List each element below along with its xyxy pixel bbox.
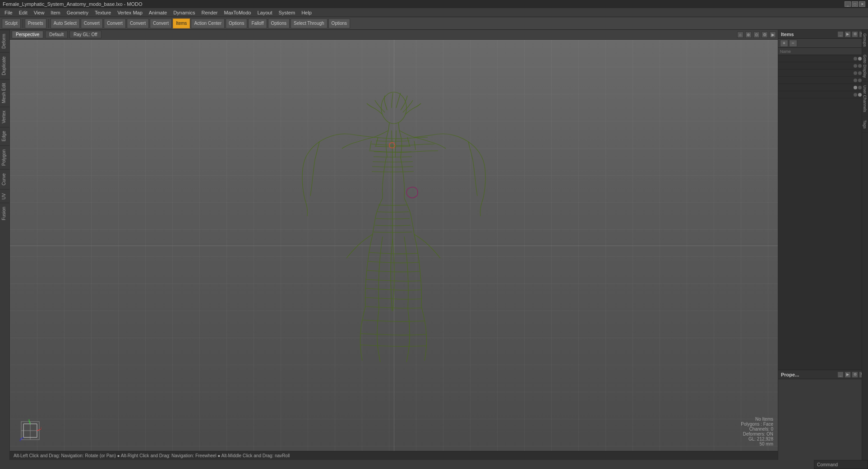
sidebar-tab-polygon[interactable]: Polygon bbox=[0, 145, 9, 169]
props-header-icons: _ ▶ ⚙ ▼ bbox=[837, 371, 865, 378]
main-layout: Deform Duplicate Mesh Edit Vertex Edge P… bbox=[0, 30, 868, 460]
viewport-home-icon[interactable]: ⌂ bbox=[737, 32, 743, 38]
panel-expand-icon[interactable]: ▶ bbox=[845, 31, 851, 37]
autoselect-button[interactable]: Auto Select bbox=[51, 19, 80, 28]
items-channel-row-1 bbox=[778, 55, 868, 62]
channels-info: Channels: 0 bbox=[741, 427, 773, 432]
title-bar: Female_Lymphatic_System_Anatomy_modo_bas… bbox=[0, 0, 868, 8]
items-add-icon[interactable]: + bbox=[780, 40, 788, 47]
action-center-button[interactable]: Action Center bbox=[191, 19, 225, 28]
items-list[interactable]: Name ⚙ bbox=[778, 48, 868, 370]
items-button[interactable]: Items bbox=[173, 19, 190, 28]
falloff-button[interactable]: Falloff bbox=[248, 19, 267, 28]
svg-point-0 bbox=[381, 92, 406, 124]
menu-file[interactable]: File bbox=[2, 9, 15, 16]
menu-dynamics[interactable]: Dynamics bbox=[171, 9, 198, 16]
presets-button[interactable]: Presets bbox=[25, 19, 46, 28]
svg-line-1 bbox=[388, 123, 389, 130]
menu-animate[interactable]: Animate bbox=[146, 9, 170, 16]
menu-layout[interactable]: Layout bbox=[254, 9, 275, 16]
properties-panel-header: Prope... _ ▶ ⚙ ▼ bbox=[778, 370, 868, 379]
select-through-button[interactable]: Select Through bbox=[291, 19, 328, 28]
items-panel-title: Items bbox=[781, 32, 794, 37]
viewport-gl-tab[interactable]: Ray GL: Off bbox=[69, 31, 102, 38]
viewport-expand-icon[interactable]: ▶ bbox=[770, 32, 776, 38]
minimize-button[interactable]: _ bbox=[845, 1, 851, 7]
toolbar-separator-1 bbox=[23, 19, 23, 28]
channel-dot bbox=[858, 93, 862, 97]
command-bar[interactable]: Command bbox=[814, 460, 868, 469]
maximize-button[interactable]: □ bbox=[852, 1, 858, 7]
props-expand-icon[interactable]: ▶ bbox=[845, 371, 851, 378]
props-gear-icon[interactable]: ⚙ bbox=[852, 371, 858, 378]
items-list-header: Name ⚙ bbox=[778, 48, 868, 55]
properties-panel: Prope... _ ▶ ⚙ ▼ bbox=[778, 370, 868, 460]
viewport-icons: ⌂ ⊕ ⊙ ⚙ ▶ bbox=[737, 32, 776, 38]
sculpt-button[interactable]: Sculpt bbox=[2, 19, 21, 28]
menu-bar: File Edit View Item Geometry Texture Ver… bbox=[0, 8, 868, 17]
scene-info-overlay: No Items Polygons : Face Channels: 0 Def… bbox=[741, 417, 773, 446]
menu-help[interactable]: Help bbox=[299, 9, 314, 16]
menu-geometry[interactable]: Geometry bbox=[64, 9, 91, 16]
menu-edit[interactable]: Edit bbox=[16, 9, 30, 16]
options2-button[interactable]: Options bbox=[268, 19, 290, 28]
viewport-perspective-tab[interactable]: Perspective bbox=[12, 31, 43, 38]
channel-dot bbox=[854, 79, 857, 82]
lymphatic-body-model bbox=[299, 83, 489, 408]
options3-button[interactable]: Options bbox=[328, 19, 350, 28]
items-panel-header: Items _ ▶ ⚙ ▼ bbox=[778, 30, 868, 39]
panel-gear-icon[interactable]: ⚙ bbox=[852, 31, 858, 37]
sidebar-tab-vertex[interactable]: Vertex bbox=[0, 107, 9, 127]
size-info: 50 mm bbox=[741, 441, 773, 446]
menu-vertexmap[interactable]: Vertex Map bbox=[115, 9, 145, 16]
toolbar-separator-2 bbox=[48, 19, 49, 28]
status-text: Alt-Left Click and Drag: Navigation: Rot… bbox=[14, 453, 290, 458]
channel-dot bbox=[854, 64, 857, 68]
window-controls: _ □ ✕ bbox=[845, 1, 865, 7]
channel-dot bbox=[854, 86, 857, 89]
left-sidebar: Deform Duplicate Mesh Edit Vertex Edge P… bbox=[0, 30, 10, 460]
right-tab-goto-display[interactable]: Goto Display bbox=[862, 51, 868, 82]
viewport-canvas[interactable]: No Items Polygons : Face Channels: 0 Def… bbox=[10, 40, 778, 451]
channel-dot bbox=[858, 64, 862, 68]
convert1-button[interactable]: Convert bbox=[81, 19, 103, 28]
right-tab-groups[interactable]: Groups bbox=[862, 30, 868, 51]
menu-view[interactable]: View bbox=[31, 9, 47, 16]
sidebar-tab-uv[interactable]: UV bbox=[0, 189, 9, 203]
status-bar: Alt-Left Click and Drag: Navigation: Rot… bbox=[10, 451, 778, 460]
menu-texture[interactable]: Texture bbox=[92, 9, 114, 16]
command-label: Command bbox=[817, 462, 838, 467]
channel-dot bbox=[854, 57, 857, 60]
sidebar-tab-edge[interactable]: Edge bbox=[0, 127, 9, 145]
close-button[interactable]: ✕ bbox=[859, 1, 865, 7]
items-remove-icon[interactable]: − bbox=[789, 40, 797, 47]
polygons-info: Polygons : Face bbox=[741, 422, 773, 427]
properties-title: Prope... bbox=[781, 372, 799, 377]
convert2-button[interactable]: Convert bbox=[104, 19, 126, 28]
right-tab-user-channels[interactable]: User Channels bbox=[862, 82, 868, 116]
menu-render[interactable]: Render bbox=[199, 9, 220, 16]
menu-system[interactable]: System bbox=[276, 9, 298, 16]
sidebar-tab-fusion[interactable]: Fusion bbox=[0, 203, 9, 224]
sidebar-tab-duplicate[interactable]: Duplicate bbox=[0, 52, 9, 79]
viewport-shading-tab[interactable]: Default bbox=[45, 31, 68, 38]
viewport-settings-icon[interactable]: ⚙ bbox=[762, 32, 768, 38]
menu-item[interactable]: Item bbox=[48, 9, 63, 16]
convert4-button[interactable]: Convert bbox=[150, 19, 172, 28]
channel-dot bbox=[858, 71, 862, 75]
props-content bbox=[778, 379, 868, 385]
viewport-zoom-icon[interactable]: ⊙ bbox=[753, 32, 760, 38]
sidebar-tab-deform[interactable]: Deform bbox=[0, 30, 9, 52]
props-minimize-icon[interactable]: _ bbox=[837, 371, 844, 378]
options1-button[interactable]: Options bbox=[226, 19, 247, 28]
sidebar-tab-curve[interactable]: Curve bbox=[0, 169, 9, 189]
menu-maxtomodo[interactable]: MaxToModo bbox=[222, 9, 254, 16]
items-toolbar: + − ▼ bbox=[778, 39, 868, 48]
panel-minimize-icon[interactable]: _ bbox=[837, 31, 844, 37]
viewport-container: Perspective Default Ray GL: Off ⌂ ⊕ ⊙ ⚙ … bbox=[10, 30, 778, 460]
viewport-fit-icon[interactable]: ⊕ bbox=[745, 32, 752, 38]
sidebar-tab-meshedit[interactable]: Mesh Edit bbox=[0, 79, 9, 107]
svg-text:X: X bbox=[41, 427, 42, 430]
right-tab-tags[interactable]: Tags bbox=[862, 116, 868, 133]
convert3-button[interactable]: Convert bbox=[127, 19, 149, 28]
